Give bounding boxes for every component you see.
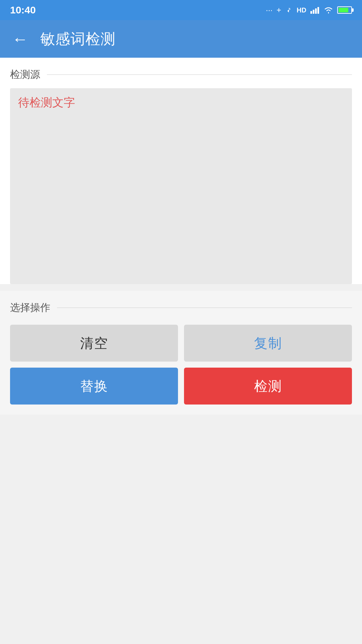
more-icon: ··· (266, 5, 273, 15)
operation-section: 选择操作 清空 复制 替换 检测 (0, 291, 362, 415)
bluetooth-icon: + (277, 5, 281, 15)
svg-rect-0 (310, 11, 312, 14)
status-time: 10:40 (10, 4, 36, 16)
back-button[interactable]: ← (10, 29, 30, 49)
svg-rect-1 (313, 10, 314, 14)
input-section-header: 检测源 (0, 58, 362, 85)
operation-section-header: 选择操作 (0, 291, 362, 318)
input-section-label: 检测源 (10, 68, 40, 82)
svg-rect-3 (317, 7, 319, 14)
operation-section-divider (57, 308, 352, 308)
main-content: 检测源 (0, 58, 362, 284)
app-bar-title: 敏感词检测 (40, 29, 116, 49)
status-icons: ··· + HD (266, 5, 352, 15)
copy-button[interactable]: 复制 (184, 325, 352, 362)
detect-button[interactable]: 检测 (184, 368, 352, 405)
app-bar: ← 敏感词检测 (0, 20, 362, 58)
replace-button[interactable]: 替换 (10, 368, 178, 405)
bluetooth-icon (285, 6, 293, 14)
signal-icon (310, 6, 320, 14)
svg-rect-2 (315, 8, 317, 14)
clear-button[interactable]: 清空 (10, 325, 178, 362)
buttons-container: 清空 复制 替换 检测 (0, 318, 362, 415)
wifi-icon (324, 6, 333, 14)
hd-badge: HD (297, 6, 306, 14)
text-input-area[interactable] (10, 88, 352, 284)
operation-section-label: 选择操作 (10, 301, 50, 315)
page-bottom (0, 415, 362, 644)
text-input-field[interactable] (18, 95, 344, 276)
battery-icon (337, 6, 352, 14)
status-bar: 10:40 ··· + HD (0, 0, 362, 20)
input-section-divider (47, 74, 352, 75)
